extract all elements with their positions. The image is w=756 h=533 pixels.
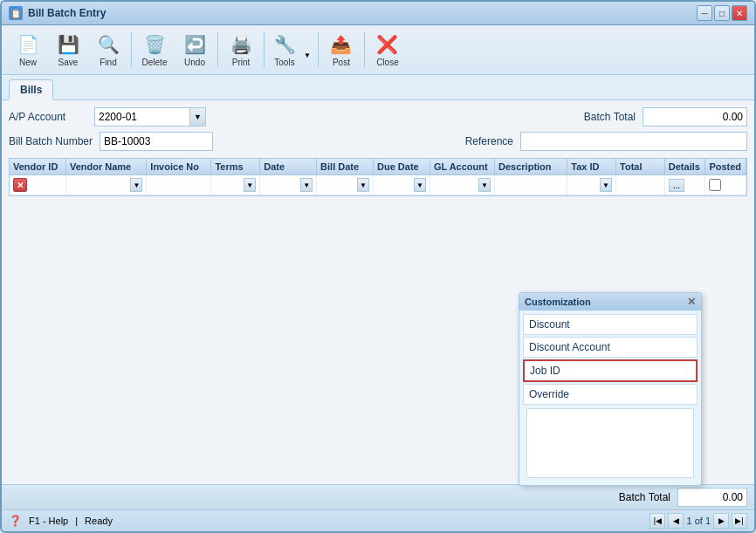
footer-batch-total-label: Batch Total [619,491,670,503]
tools-dropdown-button[interactable]: ▼ [300,38,314,63]
cell-due-date: ▼ [374,175,430,195]
description-input[interactable] [498,180,563,190]
col-header-due-date: Due Date [374,159,430,174]
status-text: Ready [85,516,113,526]
cell-total[interactable] [616,175,665,195]
col-header-vendor-name: Vendor Name [66,159,147,174]
nav-first-button[interactable]: |◀ [649,513,665,529]
row-delete-button[interactable]: ✕ [13,178,27,192]
delete-button[interactable]: 🗑️ Delete [135,29,174,71]
table-row: ✕ ▼ ▼ [10,175,746,195]
cell-gl-account: ▼ [430,175,495,195]
col-header-posted: Posted [705,159,746,174]
tab-bar: Bills [2,75,754,100]
details-button[interactable]: ... [669,179,684,192]
minimize-button[interactable]: ─ [697,5,712,21]
cell-posted [705,175,746,195]
new-icon: 📄 [16,32,40,57]
vendor-name-input[interactable] [70,180,130,190]
customization-item-discount-account-label: Discount Account [529,341,610,353]
delete-icon: 🗑️ [142,32,167,57]
due-date-input[interactable] [377,180,414,190]
tab-bills-label: Bills [20,84,42,96]
due-date-dropdown-button[interactable]: ▼ [414,178,426,192]
customization-item-discount[interactable]: Discount [523,314,698,335]
close-icon: ❌ [375,32,400,57]
nav-last-button[interactable]: ▶| [732,513,747,529]
print-button[interactable]: 🖨️ Print [222,29,260,71]
date-input[interactable] [264,180,300,190]
terms-dropdown-group: ▼ [215,178,256,192]
customization-popup: Customization ✕ Discount Discount Accoun… [519,292,702,486]
status-bar: ❓ F1 - Help | Ready |◀ ◀ 1 of 1 ▶ ▶| [2,509,754,531]
save-button[interactable]: 💾 Save [49,29,87,71]
customization-item-job-id-label: Job ID [530,365,560,377]
gl-account-input[interactable] [434,180,478,190]
bill-date-dropdown-group: ▼ [320,178,369,192]
nav-controls: |◀ ◀ 1 of 1 ▶ ▶| [649,513,747,529]
status-separator: | [75,516,78,526]
post-label: Post [333,58,350,67]
tax-id-dropdown-button[interactable]: ▼ [600,178,612,192]
col-header-terms: Terms [211,159,260,174]
customization-close-button[interactable]: ✕ [687,296,696,308]
batch-total-input[interactable] [643,107,747,126]
bill-batch-input[interactable] [100,132,213,151]
new-button[interactable]: 📄 New [9,29,47,71]
customization-title-bar: Customization ✕ [519,293,701,311]
date-dropdown-group: ▼ [264,178,313,192]
help-label: F1 - Help [29,516,68,526]
terms-input[interactable] [215,180,244,190]
col-header-vendor-id: Vendor ID [10,159,66,174]
ap-account-input[interactable] [94,107,190,126]
footer-batch-total-input[interactable] [677,488,747,507]
post-icon: 📤 [329,32,354,57]
customization-item-discount-account[interactable]: Discount Account [523,337,698,358]
post-button[interactable]: 📤 Post [322,29,361,71]
undo-button[interactable]: ↩️ Undo [175,29,214,71]
close-button[interactable]: ❌ Close [368,29,407,71]
batch-total-footer: Batch Total [2,484,754,509]
tax-id-input[interactable] [571,180,600,190]
nav-next-button[interactable]: ▶ [713,513,729,529]
new-label: New [19,58,37,67]
posted-checkbox[interactable] [709,179,721,191]
cell-description[interactable] [495,175,567,195]
maximize-button[interactable]: □ [714,5,730,21]
toolbar-separator-5 [364,32,365,67]
window-close-button[interactable]: ✕ [732,5,747,21]
tools-label: Tools [274,58,294,67]
total-input[interactable] [620,180,661,190]
app-icon: 📋 [9,6,23,20]
gl-account-dropdown-button[interactable]: ▼ [478,178,491,192]
terms-dropdown-button[interactable]: ▼ [244,178,256,192]
col-header-details: Details [665,159,706,174]
toolbar-separator-3 [264,32,265,67]
invoice-input[interactable] [150,180,207,190]
col-header-tax-id: Tax ID [567,159,616,174]
tools-button[interactable]: 🔧 Tools [268,29,300,71]
vendor-name-dropdown-button[interactable]: ▼ [130,178,142,192]
cell-invoice[interactable] [147,175,211,195]
grid-header: Vendor ID Vendor Name Invoice No Terms D… [10,159,746,175]
bill-batch-label: Bill Batch Number [9,135,93,147]
reference-input[interactable] [520,132,747,151]
ap-account-dropdown-button[interactable]: ▼ [190,107,206,126]
tools-dropdown-arrow: ▼ [304,51,311,59]
window-title: Bill Batch Entry [28,7,106,19]
customization-item-job-id[interactable]: Job ID [523,359,698,382]
bill-date-input[interactable] [320,180,357,190]
customization-item-override[interactable]: Override [523,384,698,405]
toolbar-separator-1 [131,32,132,67]
find-icon: 🔍 [96,32,120,57]
bill-date-dropdown-button[interactable]: ▼ [357,178,369,192]
cell-tax-id: ▼ [567,175,616,195]
find-button[interactable]: 🔍 Find [89,29,127,71]
print-icon: 🖨️ [229,32,253,57]
cell-date: ▼ [260,175,317,195]
date-dropdown-button[interactable]: ▼ [300,178,313,192]
cell-details: ... [665,175,706,195]
close-label: Close [376,58,399,67]
nav-prev-button[interactable]: ◀ [668,513,684,529]
tab-bills[interactable]: Bills [9,79,53,100]
